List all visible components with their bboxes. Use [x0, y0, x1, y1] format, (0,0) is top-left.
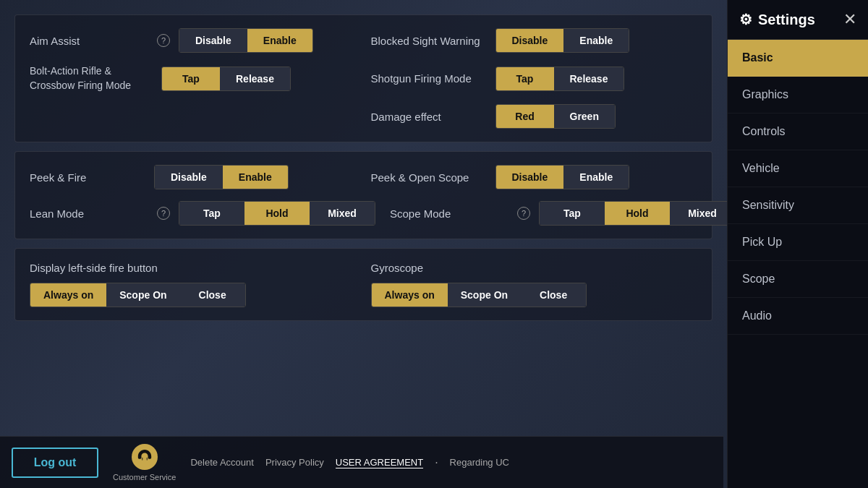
sidebar-header: ⚙ Settings ✕ [728, 0, 868, 40]
damage-effect-red-btn[interactable]: Red [496, 105, 554, 128]
scope-tap-btn[interactable]: Tap [540, 202, 605, 225]
gyro-close-btn[interactable]: Close [521, 283, 586, 307]
shotgun-label: Shotgun Firing Mode [371, 72, 487, 85]
sidebar-item-pickup[interactable]: Pick Up [728, 224, 868, 261]
peek-scope-toggle: Disable Enable [495, 165, 630, 189]
bolt-action-setting: Bolt-Action Rifle &Crossbow Firing Mode … [30, 64, 357, 93]
sidebar-item-sensitivity[interactable]: Sensitivity [728, 187, 868, 224]
blocked-sight-label: Blocked Sight Warning [371, 35, 487, 47]
delete-account-link[interactable]: Delete Account [190, 457, 253, 468]
gear-icon: ⚙ [739, 11, 752, 28]
damage-effect-green-btn[interactable]: Green [554, 105, 615, 128]
aim-assist-label: Aim Assist [30, 35, 145, 47]
display-fire-toggle: Always on Scope On Close [30, 283, 246, 307]
gyro-scope-btn[interactable]: Scope On [448, 283, 521, 307]
sidebar-item-controls[interactable]: Controls [728, 114, 868, 150]
lean-hold-btn[interactable]: Hold [244, 202, 310, 225]
shotgun-setting: Shotgun Firing Mode Tap Release [371, 64, 698, 93]
shotgun-toggle: Tap Release [495, 67, 625, 91]
scope-mode-label: Scope Mode [390, 207, 506, 220]
peek-scope-label: Peek & Open Scope [371, 171, 487, 184]
peek-fire-disable-btn[interactable]: Disable [155, 166, 223, 189]
scope-mode-help-icon[interactable]: ? [517, 207, 530, 220]
peek-fire-label: Peek & Fire [30, 171, 145, 184]
section-3-panel: Display left-side fire button Gyroscope … [14, 248, 712, 321]
lean-mode-label: Lean Mode [30, 207, 145, 220]
sidebar-title-text: Settings [758, 12, 815, 28]
customer-service-icon [132, 444, 158, 470]
aim-assist-setting: Aim Assist ? Disable Enable [30, 28, 357, 53]
shotgun-tap-btn[interactable]: Tap [496, 67, 554, 90]
scope-mixed-btn[interactable]: Mixed [670, 202, 727, 225]
sidebar-item-audio[interactable]: Audio [728, 298, 868, 335]
display-fire-toggle-row: Always on Scope On Close [30, 283, 357, 307]
lean-mixed-btn[interactable]: Mixed [310, 202, 375, 225]
peek-fire-setting: Peek & Fire Disable Enable [30, 165, 357, 189]
empty-col [30, 104, 357, 129]
gyroscope-toggle: Always on Scope On Close [371, 283, 587, 307]
shotgun-release-btn[interactable]: Release [554, 67, 624, 90]
damage-effect-label: Damage effect [371, 111, 487, 123]
lean-mode-help-icon[interactable]: ? [157, 207, 170, 220]
dot-separator: · [435, 456, 438, 469]
regarding-uc-link[interactable]: Regarding UC [450, 457, 509, 468]
customer-service-label: Customer Service [113, 473, 176, 481]
display-fire-label: Display left-side fire button [30, 262, 158, 274]
customer-service-button[interactable]: Customer Service [113, 444, 176, 481]
blocked-sight-disable-btn[interactable]: Disable [496, 29, 564, 52]
peek-scope-enable-btn[interactable]: Enable [563, 166, 629, 189]
aim-assist-disable-btn[interactable]: Disable [179, 29, 247, 52]
gyro-always-btn[interactable]: Always on [372, 283, 448, 307]
logout-button[interactable]: Log out [12, 448, 98, 478]
gyroscope-label: Gyroscope [371, 262, 487, 274]
aim-assist-help-icon[interactable]: ? [157, 34, 170, 47]
display-close-btn[interactable]: Close [180, 283, 245, 307]
peek-fire-toggle: Disable Enable [154, 165, 289, 189]
sidebar-item-graphics[interactable]: Graphics [728, 77, 868, 114]
blocked-sight-toggle: Disable Enable [495, 28, 630, 53]
peek-fire-enable-btn[interactable]: Enable [223, 166, 288, 189]
section-1-panel: Aim Assist ? Disable Enable Blocked Sigh… [14, 14, 712, 142]
blocked-sight-enable-btn[interactable]: Enable [563, 29, 629, 52]
scope-mode-toggle: Tap Hold Mixed [539, 201, 727, 226]
aim-assist-toggle: Disable Enable [179, 28, 313, 53]
bolt-action-label: Bolt-Action Rifle &Crossbow Firing Mode [30, 64, 153, 93]
display-always-btn[interactable]: Always on [30, 283, 106, 307]
bolt-action-release-btn[interactable]: Release [220, 67, 290, 90]
sidebar-item-scope[interactable]: Scope [728, 261, 868, 298]
blocked-sight-setting: Blocked Sight Warning Disable Enable [371, 28, 698, 53]
bottom-bar: Log out Customer Service Delete Account … [0, 436, 723, 488]
scope-mode-setting: Scope Mode ? Tap Hold Mixed [390, 201, 727, 226]
damage-effect-setting: Damage effect Red Green [371, 104, 698, 129]
bolt-action-tap-btn[interactable]: Tap [162, 67, 220, 90]
privacy-policy-link[interactable]: Privacy Policy [265, 457, 324, 468]
sidebar-menu: Basic Graphics Controls Vehicle Sensitiv… [728, 40, 868, 488]
scope-hold-btn[interactable]: Hold [605, 202, 670, 225]
peek-scope-disable-btn[interactable]: Disable [496, 166, 564, 189]
sidebar-item-basic[interactable]: Basic [728, 40, 868, 77]
bottom-links: Delete Account Privacy Policy USER AGREE… [190, 456, 509, 469]
content-area: Aim Assist ? Disable Enable Blocked Sigh… [0, 0, 727, 488]
sidebar-title: ⚙ Settings [739, 11, 815, 28]
gyroscope-setting: Gyroscope [371, 262, 698, 274]
sidebar-item-vehicle[interactable]: Vehicle [728, 150, 868, 187]
gyroscope-toggle-row: Always on Scope On Close [371, 283, 698, 307]
lean-tap-btn[interactable]: Tap [179, 202, 244, 225]
display-fire-setting: Display left-side fire button [30, 262, 357, 274]
peek-scope-setting: Peek & Open Scope Disable Enable [371, 165, 698, 189]
display-scope-btn[interactable]: Scope On [106, 283, 179, 307]
damage-effect-toggle: Red Green [495, 104, 616, 129]
bolt-action-toggle: Tap Release [161, 67, 291, 91]
close-icon[interactable]: ✕ [843, 10, 856, 29]
aim-assist-enable-btn[interactable]: Enable [247, 29, 312, 52]
lean-mode-toggle: Tap Hold Mixed [179, 201, 375, 226]
lean-mode-setting: Lean Mode ? Tap Hold Mixed [30, 201, 375, 226]
section-2-panel: Peek & Fire Disable Enable Peek & Open S… [14, 151, 712, 239]
sidebar: ⚙ Settings ✕ Basic Graphics Controls Veh… [727, 0, 868, 488]
user-agreement-link[interactable]: USER AGREEMENT [336, 457, 423, 468]
